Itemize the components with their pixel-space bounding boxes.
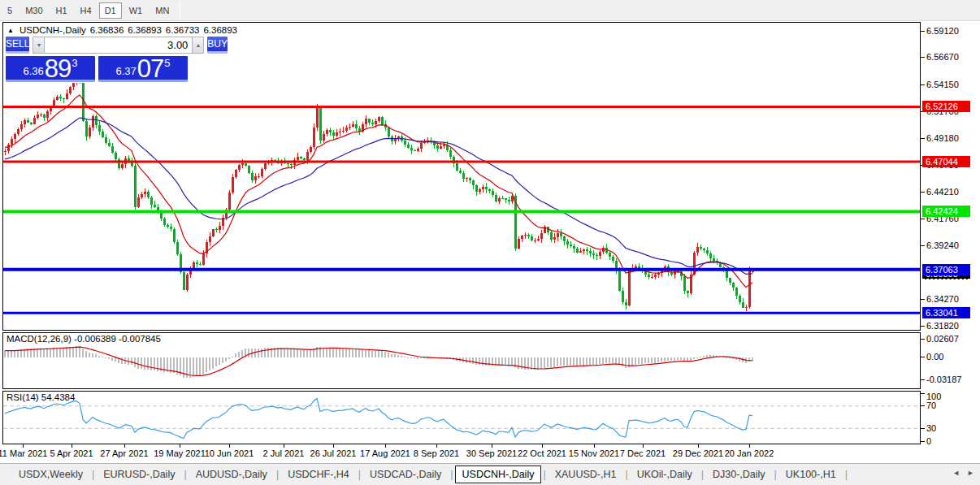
price-level-label-6.42424: 6.42424	[922, 206, 970, 217]
tab-separator: |	[543, 469, 545, 480]
price-tick-6.34270: 6.34270	[926, 294, 959, 305]
macd-tick--0.03187: -0.03187	[926, 375, 961, 385]
price-level-label-6.47044: 6.47044	[922, 156, 970, 167]
ohlc-close: 6.36893	[203, 25, 237, 35]
macd-tick-0.00: 0.00	[926, 352, 943, 362]
one-click-trading-panel: SELL ▼ ▲ BUY 6.36893 6.37075	[5, 36, 189, 83]
chart-tab-bar: USDX,Weekly|EURUSD-,Daily|AUDUSD-,Daily|…	[0, 463, 980, 485]
tab-usdx-weekly[interactable]: USDX,Weekly	[11, 466, 90, 483]
volume-increase-icon[interactable]: ▲	[192, 37, 204, 54]
sell-price-prefix: 6.36	[23, 65, 43, 77]
volume-spinner: ▼ ▲	[33, 37, 204, 54]
price-level-label-6.33041: 6.33041	[922, 307, 970, 318]
ohlc-high: 6.36893	[128, 25, 162, 35]
sell-price-big: 89	[45, 58, 71, 80]
date-tick-11-mar-2021: 11 Mar 2021	[0, 448, 47, 458]
tab-separator: |	[845, 469, 848, 480]
sell-button[interactable]: SELL	[6, 37, 29, 54]
panel-collapse-icon[interactable]: ▲	[7, 27, 14, 34]
tab-audusd-daily[interactable]: AUDUSD-,Daily	[189, 466, 275, 483]
tab-separator: |	[184, 469, 186, 480]
date-tick-7-dec-2021: 7 Dec 2021	[620, 448, 666, 458]
macd-tick-0.02607: 0.02607	[926, 334, 959, 344]
buy-price-big: 07	[137, 58, 163, 80]
date-tick-26-jul-2021: 26 Jul 2021	[310, 448, 357, 458]
macd-label: MACD(12,26,9) -0.006389 -0.007845	[7, 334, 161, 344]
date-tick-22-oct-2021: 22 Oct 2021	[518, 448, 566, 458]
date-tick-27-apr-2021: 27 Apr 2021	[100, 448, 148, 458]
mt4-window: 5M30H1H4D1W1MN ▲USDCNH-,Daily6.368366.36…	[0, 0, 980, 485]
chart-symbol: USDCNH-,Daily	[20, 25, 86, 35]
date-tick-20-jan-2022: 20 Jan 2022	[725, 448, 774, 458]
price-tick-6.56670: 6.56670	[926, 52, 959, 63]
tab-xauusd-h1[interactable]: XAUUSD-,H1	[548, 466, 624, 483]
price-tick-6.44210: 6.44210	[926, 187, 959, 197]
tab-separator: |	[92, 469, 94, 480]
tab-ukoil-daily[interactable]: UKOil-,Daily	[630, 466, 700, 483]
sell-price-box[interactable]: 6.36893	[6, 56, 95, 82]
price-level-label-6.52126: 6.52126	[922, 101, 970, 112]
volume-input[interactable]	[45, 37, 192, 54]
sell-price-sup: 3	[72, 57, 77, 69]
price-tick-6.49180: 6.49180	[926, 133, 959, 144]
price-tick-6.54150: 6.54150	[926, 80, 959, 90]
tab-usdchf-h4[interactable]: USDCHF-,H4	[280, 466, 357, 483]
price-tick-6.39240: 6.39240	[926, 240, 959, 251]
main-pane	[3, 76, 920, 314]
date-tick-8-sep-2021: 8 Sep 2021	[414, 448, 459, 458]
date-tick-19-may-2021: 19 May 2021	[154, 448, 206, 458]
tab-eurusd-daily[interactable]: EURUSD-,Daily	[96, 466, 182, 483]
buy-price-box[interactable]: 6.37075	[98, 56, 188, 82]
tab-separator: |	[358, 469, 361, 480]
ohlc-low: 6.36733	[166, 25, 200, 35]
chart-title: ▲USDCNH-,Daily6.368366.368936.367336.368…	[7, 25, 237, 35]
buy-button[interactable]: BUY	[207, 37, 228, 54]
price-tick-6.59120: 6.59120	[926, 26, 959, 37]
rsi-tick-30: 30	[926, 423, 936, 434]
date-tick-29-dec-2021: 29 Dec 2021	[673, 448, 723, 458]
date-tick-10-jun-2021: 10 Jun 2021	[205, 448, 254, 458]
macd-pane	[4, 346, 753, 378]
rsi-label: RSI(14) 54.4384	[7, 392, 75, 402]
tab-uk100-h1[interactable]: UK100-,H1	[778, 466, 843, 483]
rsi-pane	[3, 398, 920, 438]
date-tick-17-aug-2021: 17 Aug 2021	[360, 448, 410, 458]
tab-usdcnh-daily[interactable]: USDCNH-,Daily	[455, 466, 542, 483]
date-tick-2-jul-2021: 2 Jul 2021	[263, 448, 305, 458]
tab-separator: |	[450, 469, 453, 480]
date-tick-15-nov-2021: 15 Nov 2021	[569, 448, 619, 458]
tab-scroll-right-icon[interactable]: ►	[967, 469, 974, 477]
buy-price-prefix: 6.37	[115, 65, 136, 77]
tab-separator: |	[701, 469, 704, 480]
rsi-tick-70: 70	[926, 401, 936, 411]
date-tick-30-sep-2021: 30 Sep 2021	[466, 448, 517, 458]
buy-price-sup: 5	[164, 57, 170, 69]
price-level-label-6.37063: 6.37063	[922, 264, 970, 275]
tab-scroll-arrows: ◄►	[945, 469, 974, 477]
tab-usdcad-daily[interactable]: USDCAD-,Daily	[362, 466, 449, 483]
rsi-tick-0: 0	[926, 436, 931, 447]
tab-separator: |	[276, 469, 279, 480]
tab-scroll-left-icon[interactable]: ◄	[952, 469, 960, 477]
date-tick-5-apr-2021: 5 Apr 2021	[50, 448, 93, 458]
volume-dropdown-icon[interactable]: ▼	[33, 37, 45, 54]
tab-separator: |	[625, 469, 627, 480]
tab-dj30-daily[interactable]: DJ30-,Daily	[705, 466, 773, 483]
price-tick-6.31820: 6.31820	[926, 321, 959, 331]
pane-borders	[3, 23, 926, 448]
ohlc-open: 6.36836	[90, 25, 124, 35]
tab-separator: |	[774, 469, 777, 480]
